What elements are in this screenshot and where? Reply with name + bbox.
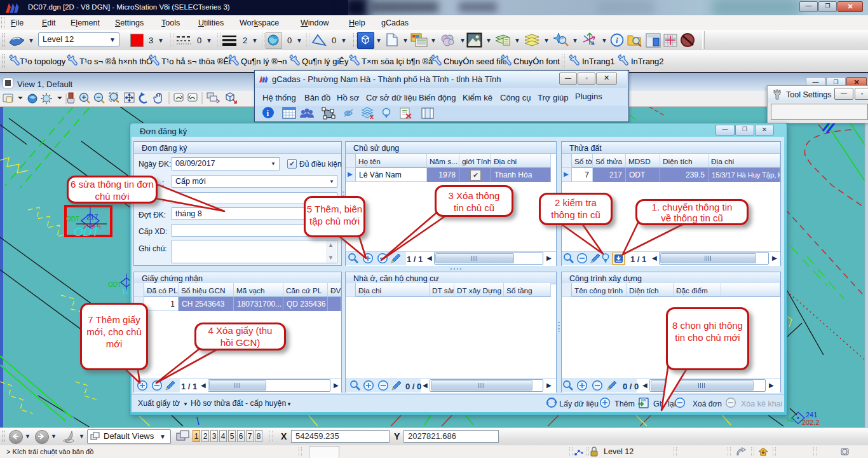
svg-text:x: x [370, 113, 374, 120]
svg-text:ODT: ODT [74, 225, 100, 239]
svg-text:ND: ND [787, 417, 795, 423]
svg-text:15: 15 [122, 288, 130, 295]
svg-text:202.2: 202.2 [802, 419, 820, 426]
svg-text:i: i [267, 108, 269, 118]
svg-text:241: 241 [806, 411, 817, 419]
svg-text:ODT: ODT [108, 281, 121, 288]
svg-text:i: i [616, 36, 618, 45]
svg-text:ODT: ODT [66, 216, 79, 223]
svg-text:217: 217 [86, 213, 98, 221]
